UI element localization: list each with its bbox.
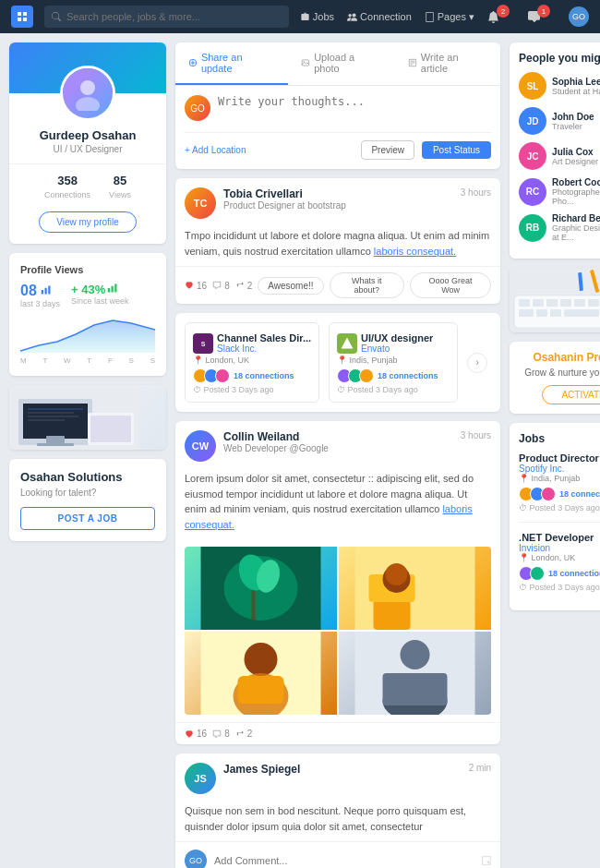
svg-rect-22 — [303, 60, 309, 66]
job-card-2[interactable]: UI/UX designer Envato 📍 Indis, Punjab 18… — [329, 322, 458, 403]
comment-icon — [212, 281, 222, 290]
compose-input[interactable] — [218, 95, 491, 123]
add-location-link[interactable]: + Add Location — [185, 145, 354, 155]
post-2-sub: Web Developer @Google — [223, 443, 453, 453]
svg-rect-63 — [564, 309, 599, 317]
tab-write-article[interactable]: Write an article — [395, 42, 500, 85]
composer-body: GO + Add Location Preview Post Status — [175, 86, 500, 169]
post-status-button[interactable]: Post Status — [422, 141, 491, 159]
share-icon-2 — [235, 729, 245, 739]
person-sub-3: Photographer at Pho... — [552, 187, 600, 206]
preview-button[interactable]: Preview — [361, 140, 414, 160]
article-icon — [408, 58, 417, 67]
svg-rect-56 — [588, 299, 599, 307]
person3-image — [339, 632, 491, 715]
person-info-4: Richard Bell Graphic Designer at E... — [552, 213, 600, 242]
awesome-btn[interactable]: Awesome!! — [258, 277, 323, 295]
svg-rect-53 — [546, 299, 558, 307]
connection-label: Connection — [360, 11, 412, 22]
feed-post-1: TC Tobia Crivellari Product Designer at … — [175, 178, 500, 304]
svg-rect-17 — [46, 436, 65, 443]
view-profile-button[interactable]: View my profile — [39, 211, 137, 233]
search-input[interactable] — [66, 11, 282, 22]
svg-point-42 — [245, 643, 278, 676]
job-card-1[interactable]: S Channel Sales Dir... Slack Inc. 📍 Lond… — [185, 322, 319, 403]
person-name-2: Julia Cox — [552, 147, 600, 157]
expand-icon — [482, 856, 491, 865]
nav-notifications[interactable]: 2 — [487, 10, 515, 23]
scroll-right-button[interactable]: › — [467, 353, 487, 373]
whats-about-btn[interactable]: Whats it about? — [330, 272, 405, 298]
message-badge: 1 — [537, 5, 550, 18]
nav-pages[interactable]: Pages ▾ — [425, 11, 474, 23]
company-card: Osahan Solutions Looking for talent? POS… — [9, 459, 166, 541]
premium-card: Osahanin Premium Grow & nurture your net… — [510, 342, 600, 414]
nav-jobs[interactable]: Jobs — [300, 11, 334, 22]
great-wow-btn[interactable]: Oooo Great Wow — [410, 272, 491, 298]
svg-rect-7 — [115, 284, 117, 293]
post-image-2 — [339, 547, 491, 630]
tab-upload-photo[interactable]: Upload a photo — [288, 42, 395, 85]
svg-rect-5 — [108, 288, 110, 293]
post-1-avatar: TC — [185, 187, 216, 219]
company-sub: Looking for talent? — [20, 488, 155, 498]
tab-upload-label: Upload a photo — [314, 52, 382, 74]
photo-icon — [301, 58, 310, 67]
job-right-2-connections: 18 connections — [519, 566, 600, 581]
person-row-2: JC Julia Cox Art Designer + — [519, 142, 600, 170]
post-1-link[interactable]: laboris consequat. — [374, 246, 456, 257]
desk-image-card — [9, 385, 166, 450]
feed-post-2: CW Collin Weiland Web Developer @Google … — [175, 421, 500, 744]
people-title: People you might know — [519, 52, 600, 65]
jrconn-av-3 — [541, 487, 556, 501]
person-row-0: SL Sophia Lee Student at Harvard + — [519, 72, 600, 100]
job-1-company: Slack Inc. — [217, 344, 311, 354]
post-2-images — [185, 547, 491, 715]
right-column: People you might know SL Sophia Lee Stud… — [510, 42, 600, 868]
person-name-1: John Doe — [552, 112, 600, 122]
job-right-1-company: Spotify Inc. — [519, 464, 600, 474]
person-name-4: Richard Bell — [552, 213, 600, 223]
post-2-avatar: CW — [185, 430, 216, 462]
nav-connection[interactable]: Connection — [347, 11, 412, 22]
heart-icon — [185, 281, 194, 290]
views-sub: last 3 days — [20, 299, 60, 308]
job-right-1-connections: 18 connections — [519, 487, 600, 501]
tab-share-update[interactable]: Share an update — [175, 42, 288, 85]
person-info-1: John Doe Traveler — [552, 112, 600, 131]
logo-icon[interactable] — [11, 6, 33, 28]
profile-views-stats: 08 last 3 days + 43% Since last week — [20, 283, 155, 308]
job-2-company-info: UI/UX designer Envato — [361, 332, 433, 354]
comment-input[interactable] — [214, 855, 474, 866]
left-column: Gurdeep Osahan UI / UX Designer 358 Conn… — [9, 42, 166, 868]
person-info-0: Sophia Lee Student at Harvard — [552, 77, 600, 96]
views-pct: + 43% — [71, 283, 105, 296]
nav-messages[interactable]: 1 — [528, 10, 556, 23]
activate-button[interactable]: ACTIVATE — [542, 385, 600, 404]
envato-logo — [340, 336, 354, 351]
post-3-header: JS James Spiegel 2 min — [175, 753, 500, 803]
slack-logo: S — [196, 336, 210, 351]
company-name: Osahan Solutions — [20, 470, 155, 484]
svg-rect-12 — [90, 416, 131, 442]
job-2-title: UI/UX designer — [361, 332, 433, 344]
job-2-location: 📍 Indis, Punjab — [337, 356, 450, 365]
day-t2: T — [87, 356, 91, 365]
job-right-2-title: .NET Developer — [519, 532, 600, 543]
post-job-button[interactable]: POST A JOB — [20, 507, 155, 530]
person-avatar-2: JC — [519, 142, 546, 170]
profile-name: Gurdeep Osahan — [9, 128, 166, 142]
keyboard-image — [510, 268, 600, 332]
views-count-block: 08 last 3 days — [20, 283, 60, 308]
post-1-body: Tmpo incididunt ut labore et dolore magn… — [175, 228, 500, 266]
search-bar[interactable] — [44, 6, 289, 28]
svg-rect-10 — [23, 404, 88, 439]
job-right-1-conn-count: 18 connections — [559, 489, 600, 499]
heart-icon-2 — [185, 729, 194, 739]
job-cards-scroll: S Channel Sales Dir... Slack Inc. 📍 Lond… — [175, 313, 500, 412]
person-row-1: JD John Doe Traveler + — [519, 107, 600, 135]
day-f: F — [108, 356, 113, 365]
svg-rect-3 — [44, 288, 46, 295]
user-avatar[interactable]: GO — [569, 6, 589, 27]
post-1-time: 3 hours — [461, 187, 491, 198]
